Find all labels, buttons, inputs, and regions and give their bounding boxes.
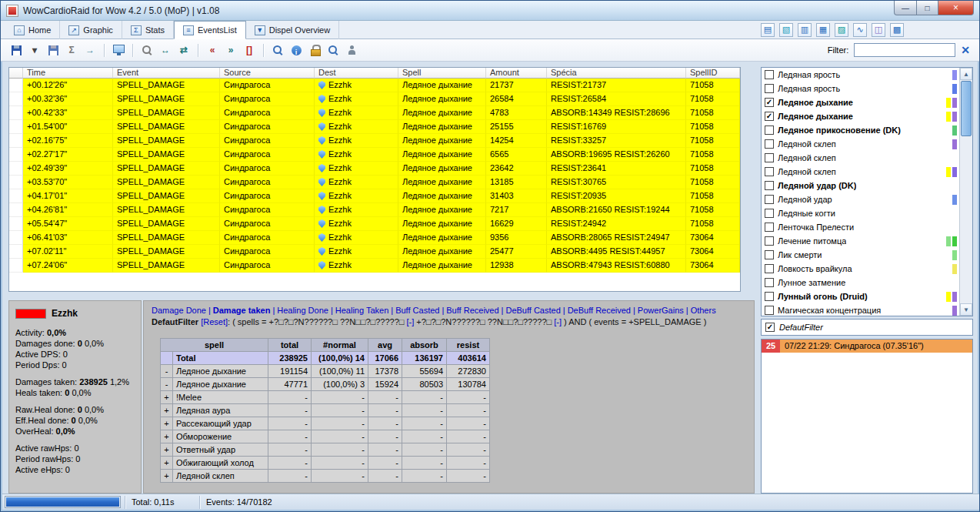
link-healing-taken[interactable]: Healing Taken	[335, 306, 389, 315]
checkbox[interactable]	[765, 292, 774, 301]
row-expander[interactable]: +	[161, 430, 173, 443]
table-row[interactable]: +02.49'39"SPELL_DAMAGEСиндрагосаEzzhkЛед…	[9, 162, 740, 176]
next-mark-button[interactable]: »	[222, 42, 239, 59]
brackets-button[interactable]: []	[241, 42, 258, 59]
row-expander[interactable]: -	[161, 365, 173, 378]
column-header-dest[interactable]: Dest	[315, 68, 398, 79]
link-powergains[interactable]: PowerGains	[638, 306, 684, 315]
table-row[interactable]: +06.41'03"SPELL_DAMAGEСиндрагосаEzzhkЛед…	[9, 231, 740, 245]
link-debuff-received[interactable]: DeBuff Received	[568, 306, 631, 315]
checkbox[interactable]	[765, 84, 774, 93]
table-row[interactable]: +07.24'06"SPELL_DAMAGEСиндрагосаEzzhkЛед…	[9, 259, 740, 273]
table-row[interactable]: +01.54'00"SPELL_DAMAGEСиндрагосаEzzhkЛед…	[9, 120, 740, 134]
column-header-source[interactable]: Source	[220, 68, 315, 79]
row-selector[interactable]	[9, 162, 23, 176]
link-damage-taken[interactable]: Damage taken	[213, 306, 271, 315]
clear-filter-icon[interactable]: ✕	[961, 45, 970, 55]
zoom-reset-button[interactable]	[138, 42, 155, 59]
save-menu-caret[interactable]: ▾	[26, 42, 43, 59]
checkbox[interactable]	[765, 306, 774, 315]
row-expander[interactable]: +	[161, 417, 173, 430]
spell-item[interactable]: ✓Ледяное дыхание	[762, 95, 959, 109]
minimize-button[interactable]: —	[894, 1, 917, 15]
checkbox[interactable]	[765, 209, 774, 218]
table-row[interactable]: +00.32'36"SPELL_DAMAGEСиндрагосаEzzhkЛед…	[9, 92, 740, 106]
info-button[interactable]	[288, 42, 305, 59]
column-header-time[interactable]: Time	[23, 68, 113, 79]
spell-item[interactable]: Ледяной склеп	[762, 151, 959, 165]
link-damage-done[interactable]: Damage Done	[152, 306, 206, 315]
row-expander[interactable]: -	[161, 378, 173, 391]
link-healing-done[interactable]: Healing Done	[277, 306, 328, 315]
column-header-spellid[interactable]: SpellID	[686, 68, 740, 79]
summary-col-normal[interactable]: #normal	[312, 339, 368, 352]
row-selector[interactable]	[9, 217, 23, 231]
row-selector[interactable]	[9, 148, 23, 162]
spell-item[interactable]: Ледяное прикосновение (DK)	[762, 123, 959, 137]
checkbox[interactable]	[765, 250, 774, 259]
checkbox[interactable]	[765, 153, 774, 162]
row-selector[interactable]	[9, 134, 23, 148]
table-row[interactable]: +04.17'01"SPELL_DAMAGEСиндрагосаEzzhkЛед…	[9, 189, 740, 203]
grid-view-icon[interactable]: ▦	[816, 23, 830, 37]
summary-col-avg[interactable]: avg	[368, 339, 402, 352]
title-bar[interactable]: WowCardioRaid for Wow 4.2 / 5.0 (MoP) | …	[1, 1, 979, 21]
table-row[interactable]: +05.54'47"SPELL_DAMAGEСиндрагосаEzzhkЛед…	[9, 217, 740, 231]
user-search-button[interactable]	[343, 42, 360, 59]
row-expander[interactable]: +	[161, 404, 173, 417]
scroll-down-icon[interactable]: ▼	[960, 303, 972, 316]
tab-eventslist[interactable]: ≡EventsList	[174, 21, 246, 39]
checkbox[interactable]: ✓	[765, 112, 774, 121]
checkbox[interactable]	[765, 181, 774, 190]
spell-item[interactable]: Ледяной удар (DK)	[762, 179, 959, 192]
summary-col-absorb[interactable]: absorb	[402, 339, 447, 352]
table-row[interactable]: +00.12'26"SPELL_DAMAGEСиндрагосаEzzhkЛед…	[9, 79, 740, 92]
lock-button[interactable]	[306, 42, 323, 59]
spell-item[interactable]: Лунный огонь (Druid)	[762, 289, 959, 303]
checkbox[interactable]	[765, 223, 774, 232]
tab-graphic[interactable]: ↗Graphic	[60, 21, 122, 39]
table-row[interactable]: +07.02'11"SPELL_DAMAGEСиндрагосаEzzhkЛед…	[9, 245, 740, 259]
chart-view-icon[interactable]: ▧	[779, 23, 793, 37]
table-row[interactable]: +02.27'17"SPELL_DAMAGEСиндрагосаEzzhkЛед…	[9, 148, 740, 162]
table-view-icon[interactable]: ▥	[798, 23, 812, 37]
zoom-small-button[interactable]	[325, 42, 342, 59]
column-header-specia[interactable]: Spécia	[547, 68, 686, 79]
fit-columns-button[interactable]: ↔	[157, 42, 174, 59]
checkbox[interactable]	[765, 139, 774, 149]
comment-view-icon[interactable]: ◫	[872, 23, 885, 37]
table-row[interactable]: +04.26'81"SPELL_DAMAGEСиндрагосаEzzhkЛед…	[9, 203, 740, 217]
spell-item[interactable]: Ледяная ярость	[762, 82, 959, 95]
spell-item[interactable]: ✓Ледяное дыхание	[762, 109, 959, 123]
report-view-icon[interactable]: ▤	[761, 23, 775, 37]
defaut-filter-checkbox[interactable]: ✓	[765, 323, 775, 332]
checkbox[interactable]	[765, 70, 774, 79]
link-others[interactable]: Others	[691, 306, 716, 315]
tab-dispel-overview[interactable]: ▼Dispel Overview	[246, 21, 339, 39]
link-buff-received[interactable]: Buff Received	[446, 306, 498, 315]
column-header-spell[interactable]: Spell	[398, 68, 486, 79]
filter-link[interactable]: [Reset]	[198, 317, 228, 326]
spell-item[interactable]: Ленточка Прелести	[762, 220, 959, 234]
scroll-thumb[interactable]	[961, 81, 972, 136]
checkbox[interactable]	[765, 195, 774, 204]
row-selector[interactable]	[9, 203, 23, 217]
filter-link[interactable]: [-]	[406, 317, 414, 326]
column-header-event[interactable]: Event	[113, 68, 220, 79]
defaut-filter-bar[interactable]: ✓ DefautFilter	[761, 319, 973, 336]
spell-item[interactable]: Ледяной удар	[762, 192, 959, 206]
pivot-view-icon[interactable]: ▨	[835, 23, 848, 37]
go-button[interactable]: →	[82, 42, 98, 59]
row-selector[interactable]	[9, 245, 23, 259]
filter-input[interactable]	[854, 43, 955, 57]
checkbox[interactable]: ✓	[765, 98, 774, 107]
summary-col-total[interactable]: total	[268, 339, 312, 352]
checkbox[interactable]	[765, 167, 774, 176]
column-header-amount[interactable]: Amount	[486, 68, 547, 79]
tab-stats[interactable]: ΣStats	[122, 21, 174, 39]
spell-item[interactable]: Ледяные когти	[762, 206, 959, 220]
link-buff-casted[interactable]: Buff Casted	[395, 306, 439, 315]
table-row[interactable]: +00.42'33"SPELL_DAMAGEСиндрагосаEzzhkЛед…	[9, 106, 740, 120]
spell-item[interactable]: Лик смерти	[762, 248, 959, 262]
spell-item[interactable]: Лечение питомца	[762, 234, 959, 248]
